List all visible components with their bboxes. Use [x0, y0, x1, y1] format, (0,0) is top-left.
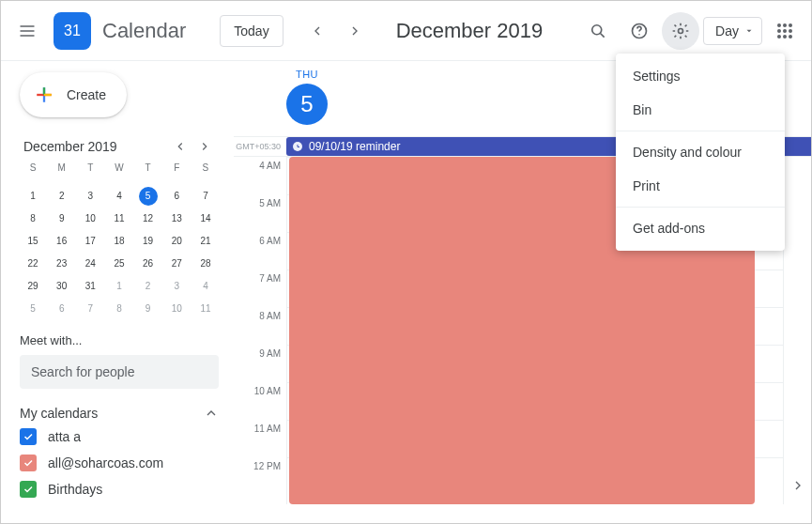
calendar-checkbox[interactable] [20, 481, 37, 498]
mini-day-cell[interactable]: 10 [81, 209, 100, 228]
mini-day-cell[interactable]: 29 [23, 277, 42, 296]
mini-day-cell[interactable]: 9 [53, 209, 71, 228]
mini-day-cell[interactable]: 12 [139, 209, 158, 228]
mini-day-cell[interactable]: 17 [81, 232, 100, 251]
calendar-item[interactable]: all@soharcoas.com [20, 455, 219, 471]
mini-day-cell[interactable]: 20 [167, 232, 186, 251]
mini-day-cell[interactable]: 16 [53, 232, 71, 251]
prev-period-button[interactable] [299, 12, 336, 50]
mini-day-cell[interactable]: 7 [196, 187, 215, 206]
day-number-badge[interactable]: 5 [286, 84, 328, 125]
mini-day-cell[interactable]: 2 [139, 277, 158, 296]
search-icon [589, 22, 607, 40]
calendar-label: atta a [48, 429, 81, 444]
calendar-checkbox[interactable] [20, 455, 37, 471]
settings-menu-item[interactable]: Settings [616, 59, 785, 93]
mini-day-cell[interactable]: 3 [81, 187, 100, 206]
mini-day-cell[interactable]: 24 [81, 254, 100, 273]
mini-day-cell[interactable]: 23 [53, 254, 71, 273]
apps-grid-icon [777, 23, 792, 39]
mini-dow-header: S [192, 162, 219, 185]
mini-day-cell[interactable]: 21 [196, 232, 215, 251]
side-panel-rail [783, 157, 811, 504]
settings-button[interactable] [662, 12, 699, 50]
mini-day-cell[interactable]: 7 [81, 300, 100, 318]
mini-day-cell[interactable]: 2 [53, 187, 71, 206]
mini-day-cell[interactable]: 18 [110, 232, 129, 251]
chevron-left-icon [174, 140, 187, 153]
chevron-left-icon [310, 23, 325, 39]
app-title: Calendar [102, 19, 186, 43]
check-icon [23, 431, 34, 442]
mini-dow-header: T [135, 162, 161, 185]
menu-separator [616, 131, 785, 131]
hour-label: 7 AM [234, 273, 286, 311]
mini-day-cell[interactable]: 4 [110, 187, 129, 206]
next-period-button[interactable] [336, 12, 374, 50]
mini-day-cell[interactable]: 14 [196, 209, 215, 228]
view-label: Day [715, 23, 739, 39]
menu-separator [616, 207, 785, 208]
today-button[interactable]: Today [220, 15, 283, 47]
help-button[interactable] [620, 12, 658, 50]
gear-icon [671, 22, 690, 40]
settings-menu-item[interactable]: Bin [616, 93, 785, 127]
mini-day-cell[interactable]: 11 [196, 300, 215, 318]
date-range-label[interactable]: December 2019 [396, 19, 544, 43]
calendar-label: all@soharcoas.com [48, 455, 163, 470]
mini-day-cell[interactable]: 8 [23, 209, 42, 228]
mini-next-month[interactable] [194, 136, 215, 157]
reminder-icon [292, 141, 303, 152]
mini-day-cell[interactable]: 5 [23, 300, 42, 318]
my-calendars-toggle[interactable]: My calendars [20, 406, 219, 421]
hour-label: 9 AM [234, 348, 286, 386]
mini-day-cell[interactable]: 27 [167, 254, 186, 273]
svg-point-3 [679, 28, 683, 33]
mini-day-cell[interactable]: 1 [110, 277, 129, 296]
mini-day-cell[interactable]: 6 [167, 187, 186, 206]
settings-menu-item[interactable]: Print [616, 169, 785, 203]
mini-day-cell[interactable]: 3 [167, 277, 186, 296]
mini-day-cell[interactable]: 11 [110, 209, 129, 228]
calendar-item[interactable]: Birthdays [20, 481, 219, 498]
calendar-item[interactable]: atta a [20, 428, 219, 445]
mini-day-cell[interactable]: 30 [53, 277, 71, 296]
mini-prev-month[interactable] [170, 136, 191, 157]
mini-day-cell[interactable]: 6 [53, 300, 71, 318]
sidebar: Create December 2019 SMTWTFS123456789101… [1, 61, 234, 523]
mini-day-cell[interactable]: 9 [139, 300, 158, 318]
search-button[interactable] [579, 12, 617, 50]
mini-dow-header: S [20, 162, 46, 185]
calendar-checkbox[interactable] [20, 428, 37, 445]
mini-day-cell[interactable]: 28 [196, 254, 215, 273]
mini-day-cell[interactable]: 25 [110, 254, 129, 273]
help-icon [630, 22, 649, 40]
mini-day-cell[interactable]: 22 [23, 254, 42, 273]
settings-menu-item[interactable]: Get add-ons [616, 211, 785, 245]
mini-day-cell[interactable]: 1 [23, 187, 42, 206]
mini-day-cell[interactable]: 10 [167, 300, 186, 318]
mini-day-cell[interactable]: 13 [167, 209, 186, 228]
view-selector[interactable]: Day [703, 17, 762, 45]
settings-menu: SettingsBinDensity and colourPrintGet ad… [616, 54, 785, 251]
mini-dow-header: F [163, 162, 190, 185]
mini-dow-header: W [106, 162, 132, 185]
hour-label: 5 AM [234, 198, 286, 236]
check-icon [23, 484, 34, 495]
settings-menu-item[interactable]: Density and colour [616, 135, 785, 169]
mini-day-cell[interactable]: 31 [81, 277, 100, 296]
mini-day-cell[interactable]: 15 [23, 232, 42, 251]
chevron-right-icon [790, 478, 805, 493]
main-menu-button[interactable] [8, 12, 46, 50]
mini-day-cell[interactable]: 26 [139, 254, 158, 273]
google-apps-button[interactable] [766, 12, 804, 50]
hamburger-icon [18, 22, 37, 40]
mini-day-cell[interactable]: 5 [139, 187, 158, 206]
chevron-right-icon [347, 23, 362, 39]
mini-day-cell[interactable]: 4 [196, 277, 215, 296]
create-button[interactable]: Create [20, 72, 127, 117]
search-people-input[interactable] [20, 355, 219, 389]
mini-day-cell[interactable]: 19 [139, 232, 158, 251]
mini-day-cell[interactable]: 8 [110, 300, 129, 318]
show-side-panel-button[interactable] [790, 478, 805, 493]
